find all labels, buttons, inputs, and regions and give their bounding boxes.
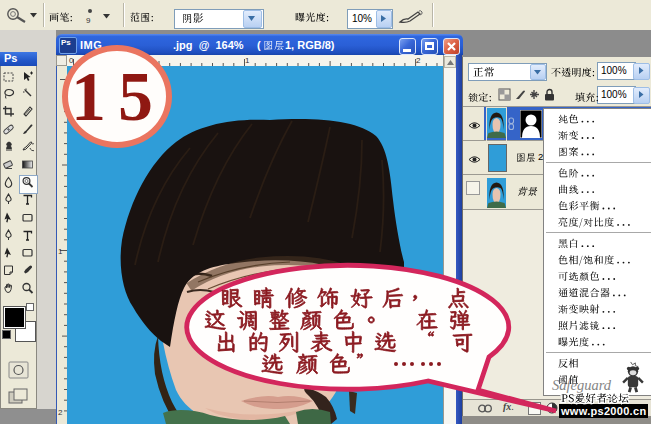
svg-text:2: 2 bbox=[416, 56, 421, 65]
svg-text:1: 1 bbox=[245, 56, 250, 65]
svg-text:1: 1 bbox=[58, 247, 63, 256]
svg-text:2: 2 bbox=[58, 408, 63, 417]
